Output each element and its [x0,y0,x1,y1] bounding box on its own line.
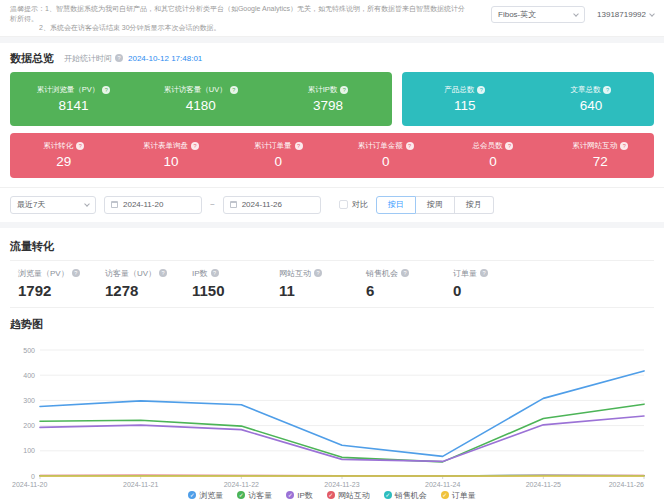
granularity-by-week-button[interactable]: 按周 [416,196,455,214]
notice-line-2: 2、系统会在访客会话结束 30分钟后显示本次会话的数据。 [10,23,470,33]
trend-chart-section: 趋势图 01002003004005002024-11-202024-11-21… [0,308,664,500]
legend-label: 访客量 [248,490,272,500]
content-stats-card: 产品总数? 115 文章总数? 640 [402,72,654,126]
svg-text:2024-11-24: 2024-11-24 [425,481,460,488]
preset-value: 最近7天 [17,199,45,210]
compare-toggle[interactable]: 对比 [339,199,368,210]
date-to-input[interactable]: 2024-11-26 [223,196,321,214]
info-icon[interactable]: ? [72,269,80,277]
date-from-input[interactable]: 2024-11-20 [104,196,202,214]
site-selector-value: Fibos-英文 [498,9,536,20]
metric-interaction: 网站互动? 11 [279,268,366,299]
date-from-value: 2024-11-20 [123,200,163,209]
metric-uv: 访客量（UV）? 1278 [105,268,192,299]
stat-order-amount-total: 累计订单金额? 0 [332,141,439,169]
stat-value: 4180 [137,98,264,113]
info-icon[interactable]: ? [603,86,611,94]
legend-check-icon: ✓ [384,491,392,499]
start-time-value: 2024-10-12 17:48:01 [128,54,202,63]
info-icon[interactable]: ? [211,269,219,277]
trend-line-chart[interactable]: 01002003004005002024-11-202024-11-212024… [10,336,654,488]
stat-member-total: 总会员数? 0 [439,141,546,169]
chart-legend: ✓浏览量✓访客量✓IP数✓网站互动✓销售机会✓订单量 [10,490,654,500]
granularity-button-group: 按日 按周 按月 [376,196,494,214]
info-icon[interactable]: ? [76,142,84,150]
stat-value: 640 [528,98,654,113]
info-icon[interactable]: ? [480,269,488,277]
info-icon[interactable]: ? [401,269,409,277]
top-header: 温馨提示：1、智慧数据系统为我司自研产品，和其它统计分析类平台（如Google … [0,0,664,37]
legend-label: 订单量 [452,490,476,500]
stat-value: 3798 [264,98,391,113]
chevron-down-icon [649,11,655,17]
granularity-by-month-button[interactable]: 按月 [455,196,494,214]
legend-item-网站互动[interactable]: ✓网站互动 [327,490,370,500]
metric-value: 11 [279,282,366,299]
svg-text:2024-11-23: 2024-11-23 [324,481,359,488]
stat-value: 0 [439,154,546,169]
info-icon[interactable]: ? [620,142,628,150]
info-icon[interactable]: ? [406,142,414,150]
granularity-by-day-button[interactable]: 按日 [376,196,416,214]
svg-text:2024-11-22: 2024-11-22 [224,481,259,488]
calendar-icon [230,201,237,208]
chevron-down-icon [84,201,90,207]
info-icon[interactable]: ? [230,86,238,94]
notice-text: 温馨提示：1、智慧数据系统为我司自研产品，和其它统计分析类平台（如Google … [10,4,470,33]
start-time-label: 开始统计时间 [64,53,112,64]
stat-value: 29 [10,154,117,169]
metric-value: 0 [453,282,540,299]
svg-text:200: 200 [23,422,35,429]
legend-label: 销售机会 [395,490,427,500]
date-range-preset-select[interactable]: 最近7天 [10,196,96,214]
legend-label: 浏览量 [199,490,223,500]
data-overview-section: 数据总览 开始统计时间 ? 2024-10-12 17:48:01 累计浏览量（… [0,51,664,178]
stat-value: 0 [332,154,439,169]
legend-item-浏览量[interactable]: ✓浏览量 [188,490,223,500]
filter-toolbar: 最近7天 2024-11-20 ~ 2024-11-26 对比 按日 按周 按月 [0,187,664,222]
legend-label: IP数 [297,490,313,500]
metric-sales-lead: 销售机会? 6 [366,268,453,299]
info-icon[interactable]: ? [477,86,485,94]
account-number: 13918719992 [597,10,646,19]
svg-text:300: 300 [23,396,35,403]
stat-value: 8141 [10,98,137,113]
stat-order-count-total: 累计订单量? 0 [225,141,332,169]
date-to-value: 2024-11-26 [242,200,282,209]
notice-line-1: 温馨提示：1、智慧数据系统为我司自研产品，和其它统计分析类平台（如Google … [10,4,470,23]
metric-order: 订单量? 0 [453,268,540,299]
stat-value: 72 [547,154,654,169]
info-icon[interactable]: ? [159,269,167,277]
svg-text:2024-11-20: 2024-11-20 [12,481,47,488]
svg-text:2024-11-21: 2024-11-21 [123,481,158,488]
compare-checkbox[interactable] [339,200,348,209]
info-icon[interactable]: ? [340,86,348,94]
legend-item-订单量[interactable]: ✓订单量 [441,490,476,500]
traffic-section-title: 流量转化 [10,239,654,254]
stat-pv-total: 累计浏览量（PV）? 8141 [10,85,137,113]
overview-title: 数据总览 [10,51,54,66]
legend-check-icon: ✓ [188,491,196,499]
metric-value: 1150 [192,282,279,299]
info-icon[interactable]: ? [115,54,123,62]
legend-item-访客量[interactable]: ✓访客量 [237,490,272,500]
info-icon[interactable]: ? [191,142,199,150]
conversion-stats-card: 累计转化? 29 累计表单询盘? 10 累计订单量? 0 累计订单金额? 0 总… [10,133,654,178]
svg-text:400: 400 [23,371,35,378]
traffic-metrics-row: 浏览量（PV）? 1792 访客量（UV）? 1278 IP数? 1150 网站… [10,260,654,308]
info-icon[interactable]: ? [505,142,513,150]
site-selector[interactable]: Fibos-英文 [491,6,585,23]
stat-form-inquiry-total: 累计表单询盘? 10 [117,141,224,169]
legend-item-IP数[interactable]: ✓IP数 [286,490,313,500]
info-icon[interactable]: ? [295,142,303,150]
svg-text:2024-11-25: 2024-11-25 [526,481,561,488]
calendar-icon [111,201,118,208]
info-icon[interactable]: ? [102,86,110,94]
metric-value: 6 [366,282,453,299]
metric-value: 1278 [105,282,192,299]
stat-uv-total: 累计访客量（UV）? 4180 [137,85,264,113]
account-menu[interactable]: 13918719992 [597,10,654,19]
legend-item-销售机会[interactable]: ✓销售机会 [384,490,427,500]
info-icon[interactable]: ? [314,269,322,277]
stat-value: 10 [117,154,224,169]
